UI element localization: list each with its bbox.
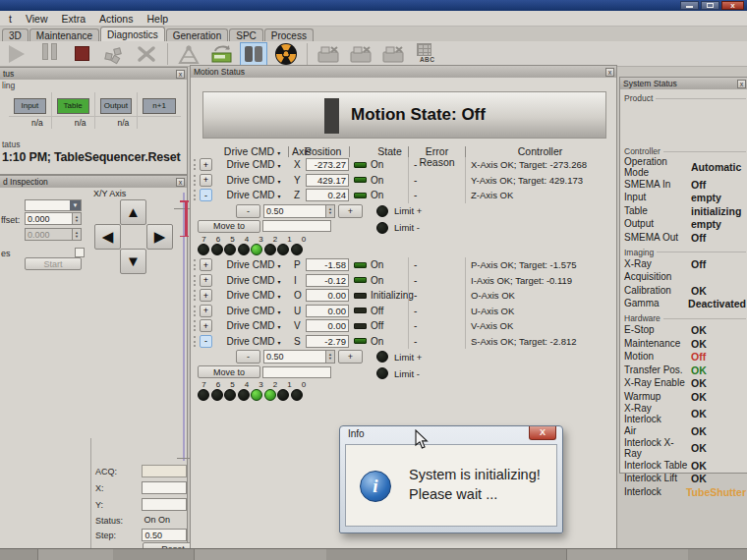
- chevron-down-icon[interactable]: ▼: [70, 200, 81, 210]
- spinner-arrows-icon[interactable]: ▲▼: [72, 229, 81, 240]
- drive-cmd-dropdown[interactable]: Drive CMD▾: [217, 306, 290, 316]
- station-button[interactable]: Table: [57, 98, 89, 114]
- inspection-checkbox[interactable]: [75, 248, 85, 257]
- drive-cmd-dropdown[interactable]: Drive CMD▾: [217, 320, 290, 331]
- radiation-icon[interactable]: [272, 42, 300, 66]
- menu-item[interactable]: Help: [140, 12, 175, 26]
- controller-status: P-Axis OK; Target: -1.575: [465, 257, 614, 273]
- close-icon[interactable]: x: [176, 70, 185, 79]
- step-decrement-button[interactable]: -: [236, 204, 260, 218]
- station-button[interactable]: Input: [14, 98, 46, 114]
- position-field[interactable]: 0.00: [306, 319, 349, 332]
- offset-input-2[interactable]: 0.000▲▼: [25, 228, 82, 241]
- field-value[interactable]: [142, 498, 187, 511]
- tab[interactable]: SPC: [229, 28, 263, 41]
- position-field[interactable]: 429.17: [306, 174, 349, 187]
- move-to-button[interactable]: Move to: [198, 220, 260, 233]
- taskbar[interactable]: [0, 548, 747, 560]
- spinner-arrows-icon[interactable]: ▲▼: [72, 213, 81, 224]
- position-field[interactable]: -0.12: [306, 274, 349, 287]
- tab[interactable]: Generation: [166, 28, 228, 41]
- offset-input[interactable]: 0.000▲▼: [25, 212, 82, 225]
- reload-device-icon[interactable]: [207, 42, 235, 66]
- menu-item[interactable]: Extra: [55, 12, 93, 26]
- drive-cmd-dropdown[interactable]: Drive CMD▾: [217, 175, 290, 186]
- pause-icon[interactable]: [35, 42, 63, 66]
- station-button[interactable]: n+1: [143, 98, 176, 114]
- drive-cmd-dropdown[interactable]: Drive CMD▾: [217, 190, 290, 200]
- position-field[interactable]: 0.00: [306, 305, 349, 317]
- step-value-field[interactable]: 0.50▲▼: [263, 204, 335, 218]
- close-icon[interactable]: x: [176, 178, 185, 187]
- maximize-button[interactable]: [701, 1, 719, 10]
- xray-tube-icon[interactable]: [175, 42, 202, 66]
- position-field[interactable]: 0.24: [306, 189, 349, 201]
- drive-cmd-dropdown[interactable]: Drive CMD▾: [217, 159, 290, 170]
- drive-cmd-dropdown[interactable]: Drive CMD▾: [217, 259, 290, 270]
- step-decrement-button[interactable]: -: [236, 350, 260, 364]
- expand-row-button[interactable]: +: [200, 158, 212, 171]
- tab[interactable]: Diagnostics: [100, 27, 165, 41]
- slider-range-marker[interactable]: [185, 200, 188, 237]
- drive-cmd-dropdown[interactable]: Drive CMD▾: [217, 336, 290, 347]
- step-increment-button[interactable]: +: [338, 350, 363, 364]
- step-value-field[interactable]: 0.50▲▼: [263, 350, 335, 364]
- tab[interactable]: 3D: [2, 28, 29, 41]
- tools-icon[interactable]: [133, 42, 160, 66]
- expand-row-button[interactable]: -: [200, 189, 212, 201]
- move-to-button[interactable]: Move to: [198, 365, 260, 378]
- move-up-button[interactable]: ▲: [120, 199, 146, 225]
- field-value[interactable]: 0.50: [142, 529, 187, 541]
- taskbar-segment[interactable]: [37, 549, 113, 560]
- step-increment-button[interactable]: +: [338, 204, 363, 218]
- field-value[interactable]: [142, 481, 187, 494]
- machine-b-icon[interactable]: [347, 42, 374, 66]
- close-icon[interactable]: x: [737, 80, 746, 88]
- window-titlebar[interactable]: x: [0, 0, 747, 11]
- field-value[interactable]: [142, 465, 187, 477]
- start-button[interactable]: Start: [25, 257, 82, 270]
- position-field[interactable]: 0.00: [306, 289, 349, 302]
- minimize-button[interactable]: [680, 1, 699, 10]
- close-icon[interactable]: x: [605, 68, 614, 77]
- close-button[interactable]: x: [721, 1, 744, 10]
- board-panel-icon[interactable]: [240, 42, 267, 66]
- abc-check-icon[interactable]: ABC: [412, 42, 439, 66]
- tab[interactable]: Process: [264, 28, 314, 41]
- expand-row-button[interactable]: +: [200, 289, 212, 302]
- status-row: Maintenance OK: [624, 338, 746, 351]
- drive-cmd-dropdown[interactable]: Drive CMD▾: [217, 275, 290, 286]
- menu-item[interactable]: Actions: [92, 12, 140, 26]
- menu-item[interactable]: View: [19, 12, 55, 26]
- expand-row-button[interactable]: +: [200, 174, 212, 187]
- taskbar-segment[interactable]: [194, 549, 326, 560]
- taskbar-segment[interactable]: [566, 549, 688, 560]
- expand-row-button[interactable]: +: [200, 319, 212, 332]
- dialog-close-button[interactable]: X: [529, 426, 556, 440]
- inspection-dropdown[interactable]: ▼: [25, 199, 82, 211]
- move-right-button[interactable]: ▶: [146, 224, 173, 250]
- limit-minus-label: Limit -: [394, 222, 420, 233]
- move-down-button[interactable]: ▼: [120, 249, 146, 274]
- position-field[interactable]: -273.27: [306, 158, 349, 171]
- move-to-input[interactable]: [262, 366, 331, 378]
- expand-row-button[interactable]: +: [200, 274, 212, 287]
- parts-icon[interactable]: [100, 42, 128, 66]
- stop-icon[interactable]: [68, 42, 95, 66]
- menu-item[interactable]: t: [2, 12, 19, 26]
- expand-row-button[interactable]: +: [200, 258, 212, 271]
- spinner-arrows-icon[interactable]: ▲▼: [325, 205, 334, 217]
- position-field[interactable]: -2.79: [306, 335, 349, 348]
- position-field[interactable]: -1.58: [306, 258, 349, 271]
- spinner-arrows-icon[interactable]: ▲▼: [325, 351, 334, 363]
- expand-row-button[interactable]: -: [200, 335, 212, 348]
- move-to-input[interactable]: [262, 220, 331, 232]
- expand-row-button[interactable]: +: [200, 305, 212, 317]
- drive-cmd-dropdown[interactable]: Drive CMD▾: [217, 290, 290, 301]
- play-icon[interactable]: [3, 42, 30, 66]
- machine-a-icon[interactable]: [315, 42, 342, 66]
- move-left-button[interactable]: ◀: [94, 224, 121, 250]
- tab[interactable]: Maintenance: [29, 28, 99, 41]
- machine-c-icon[interactable]: [379, 42, 407, 66]
- station-button[interactable]: Output: [100, 98, 133, 114]
